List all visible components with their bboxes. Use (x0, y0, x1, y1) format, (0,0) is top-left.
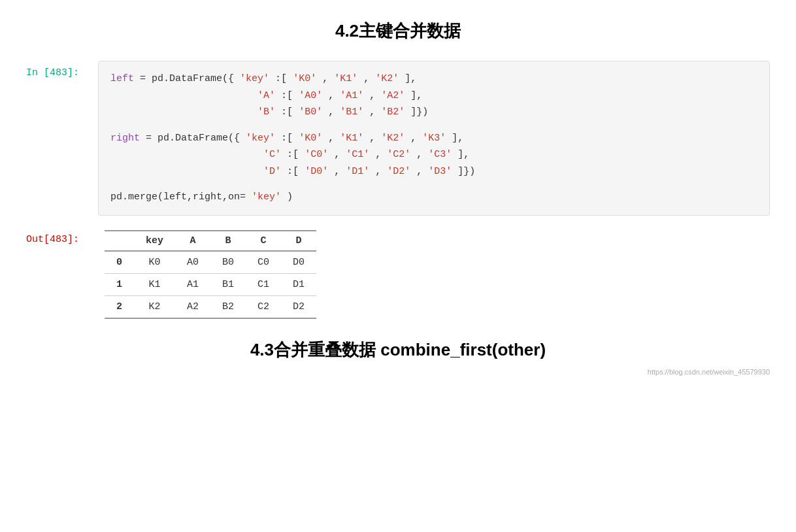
table-cell-data: D1 (281, 273, 316, 295)
code-line-4: right = pd.DataFrame({ 'key' :[ 'K0' , '… (110, 130, 757, 147)
input-cell: In [483]: left = pd.DataFrame({ 'key' :[… (26, 61, 770, 216)
table-row: 1K1A1B1C1D1 (105, 273, 316, 295)
col-header-idx (105, 231, 134, 251)
table-cell-idx: 1 (105, 273, 134, 295)
code-line-2: 'A' :[ 'A0' , 'A1' , 'A2' ], (110, 88, 757, 105)
table-cell-data: C1 (246, 273, 281, 295)
table-row: 2K2A2B2C2D2 (105, 295, 316, 318)
code-block: left = pd.DataFrame({ 'key' :[ 'K0' , 'K… (98, 61, 770, 216)
code-line-7: pd.merge(left,right,on= 'key' ) (110, 189, 757, 206)
table-cell-data: A1 (175, 273, 210, 295)
table-cell-data: B0 (210, 251, 246, 274)
table-cell-data: D2 (281, 295, 316, 318)
out-label: Out[483]: (26, 227, 98, 245)
section-title-2: 4.3合并重叠数据 combine_first(other) (26, 339, 770, 361)
in-label: In [483]: (26, 61, 98, 78)
watermark: https://blog.csdn.net/weixin_45579930 (26, 368, 770, 376)
table-cell-data: D0 (281, 251, 316, 274)
table-cell-data: B2 (210, 295, 246, 318)
code-spacer2 (110, 180, 757, 189)
table-body: 0K0A0B0C0D01K1A1B1C1D12K2A2B2C2D2 (105, 251, 316, 318)
table-cell-data: B1 (210, 273, 246, 295)
table-cell-data: K0 (134, 251, 175, 274)
code-line-5: 'C' :[ 'C0' , 'C1' , 'C2' , 'C3' ], (110, 146, 757, 163)
table-cell-data: C2 (246, 295, 281, 318)
table-cell-idx: 0 (105, 251, 134, 274)
table-cell-data: A2 (175, 295, 210, 318)
table-cell-idx: 2 (105, 295, 134, 318)
col-header-c: C (246, 231, 281, 251)
code-line-1: left = pd.DataFrame({ 'key' :[ 'K0' , 'K… (110, 71, 757, 88)
output-table-wrap: key A B C D 0K0A0B0C0D01K1A1B1C1D12K2A2B… (98, 227, 770, 319)
code-line-6: 'D' :[ 'D0' , 'D1' , 'D2' , 'D3' ]}) (110, 163, 757, 180)
output-cell: Out[483]: key A B C D 0K0A0B0C0D01K1A1B1… (26, 227, 770, 319)
col-header-a: A (175, 231, 210, 251)
table-cell-data: K1 (134, 273, 175, 295)
table-cell-data: A0 (175, 251, 210, 274)
code-var-left: left (110, 73, 134, 84)
code-spacer (110, 121, 757, 130)
col-header-key: key (134, 231, 175, 251)
table-cell-data: C0 (246, 251, 281, 274)
table-header-row: key A B C D (105, 231, 316, 251)
section-title-1: 4.2主键合并数据 (26, 20, 770, 42)
table-cell-data: K2 (134, 295, 175, 318)
page-container: 4.2主键合并数据 In [483]: left = pd.DataFrame(… (0, 20, 796, 376)
table-row: 0K0A0B0C0D0 (105, 251, 316, 274)
col-header-b: B (210, 231, 246, 251)
dataframe-table: key A B C D 0K0A0B0C0D01K1A1B1C1D12K2A2B… (105, 230, 316, 319)
col-header-d: D (281, 231, 316, 251)
code-line-3: 'B' :[ 'B0' , 'B1' , 'B2' ]}) (110, 104, 757, 121)
